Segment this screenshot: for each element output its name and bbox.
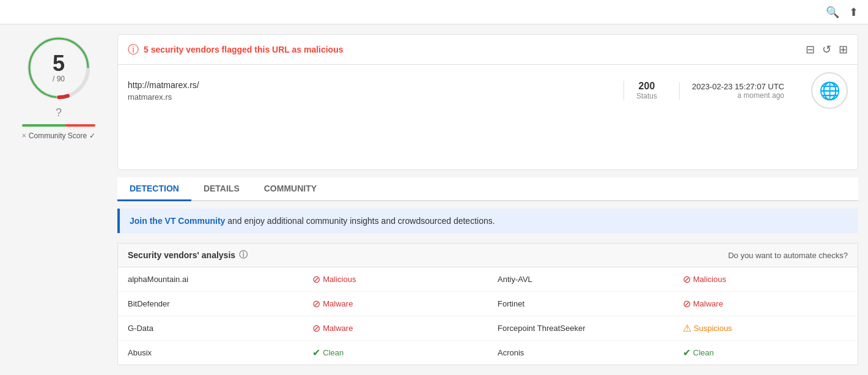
main-container: 5 / 90 ? × Community Score ✓ ⓘ 5 securit… xyxy=(0,24,868,375)
tab-detection[interactable]: DETECTION xyxy=(117,177,191,201)
vendor-name: Antiy-AVL xyxy=(488,267,673,292)
malicious-icon: ⊘ xyxy=(312,273,320,285)
community-score-x[interactable]: × xyxy=(22,132,26,140)
community-score-label: Community Score xyxy=(29,132,87,140)
panel-action-1[interactable]: ⊟ xyxy=(806,43,815,56)
vendor-name: Forcepoint ThreatSeeker xyxy=(488,316,673,341)
status-block: 200 Status xyxy=(623,81,669,100)
url-main: http://matmarex.rs/ xyxy=(128,80,614,90)
malware-icon: ⊘ xyxy=(683,298,691,310)
vendors-info-icon[interactable]: ⓘ xyxy=(239,250,248,261)
score-question: ? xyxy=(56,106,62,119)
vendors-header-label: Security vendors' analysis xyxy=(128,250,235,260)
table-row: Abusix ✔ Clean Acronis ✔ Clean xyxy=(118,341,858,365)
score-number: 5 xyxy=(53,53,65,75)
malware-icon: ⊘ xyxy=(312,298,320,310)
vendor-status: ⊘ Malware xyxy=(673,292,858,316)
tab-details[interactable]: DETAILS xyxy=(191,177,252,201)
panel-action-2[interactable]: ↺ xyxy=(822,43,831,56)
vendor-status: ✔ Clean xyxy=(673,341,858,365)
status-code: 200 xyxy=(636,81,657,92)
score-bar xyxy=(22,124,95,127)
malware-icon: ⊘ xyxy=(312,322,320,334)
vendor-status: ⊘ Malware xyxy=(303,292,488,316)
table-row: alphaMountain.ai ⊘ Malicious Antiy-AVL ⊘ xyxy=(118,267,858,292)
status-badge: ⊘ Malware xyxy=(312,322,478,334)
clean-icon: ✔ xyxy=(312,347,320,358)
alert-bar: ⓘ 5 security vendors flagged this URL as… xyxy=(118,35,858,65)
panel-actions: ⊟ ↺ ⊞ xyxy=(806,43,848,56)
globe-icon: 🌐 xyxy=(811,72,848,109)
score-display: 5 / 90 xyxy=(53,53,65,83)
vendor-name: Acronis xyxy=(488,341,673,365)
alert-icon: ⓘ xyxy=(128,42,139,57)
vendor-name: Fortinet xyxy=(488,292,673,316)
content-area: ⓘ 5 security vendors flagged this URL as… xyxy=(117,34,858,365)
info-panel: ⓘ 5 security vendors flagged this URL as… xyxy=(117,34,858,170)
vendors-automate-text: Do you want to automate checks? xyxy=(728,251,848,260)
vendor-name: alphaMountain.ai xyxy=(118,267,303,292)
vendor-name: G-Data xyxy=(118,316,303,341)
vendor-name: BitDefender xyxy=(118,292,303,316)
status-badge: ✔ Clean xyxy=(312,347,478,358)
vendors-header-left: Security vendors' analysis ⓘ xyxy=(128,250,248,261)
vendors-header: Security vendors' analysis ⓘ Do you want… xyxy=(117,243,858,267)
clean-icon: ✔ xyxy=(683,347,691,358)
datetime-ago: a moment ago xyxy=(692,91,784,100)
vendor-name: Abusix xyxy=(118,341,303,365)
score-denominator: / 90 xyxy=(53,75,65,83)
status-badge: ✔ Clean xyxy=(683,347,848,358)
datetime-main: 2023-02-23 15:27:07 UTC xyxy=(692,82,784,91)
url-domain: matmarex.rs xyxy=(128,92,614,102)
suspicious-icon: ⚠ xyxy=(683,322,691,334)
score-gauge: 5 / 90 xyxy=(25,34,92,102)
community-score-check[interactable]: ✓ xyxy=(89,132,95,140)
status-badge: ⊘ Malicious xyxy=(312,273,478,285)
community-banner: Join the VT Community and enjoy addition… xyxy=(117,209,858,233)
tab-community[interactable]: COMMUNITY xyxy=(252,177,329,201)
search-icon[interactable]: 🔍 xyxy=(826,6,839,19)
vendors-section: Security vendors' analysis ⓘ Do you want… xyxy=(117,243,858,365)
malicious-icon: ⊘ xyxy=(683,273,691,285)
table-row: G-Data ⊘ Malware Forcepoint ThreatSeeker… xyxy=(118,316,858,341)
status-badge: ⊘ Malware xyxy=(683,298,848,310)
vendor-status: ✔ Clean xyxy=(303,341,488,365)
upload-icon[interactable]: ⬆ xyxy=(849,6,858,19)
vendors-table: alphaMountain.ai ⊘ Malicious Antiy-AVL ⊘ xyxy=(117,267,858,365)
vendor-status: ⊘ Malware xyxy=(303,316,488,341)
status-badge: ⊘ Malware xyxy=(312,298,478,310)
status-badge: ⚠ Suspicious xyxy=(683,322,848,334)
table-row: BitDefender ⊘ Malware Fortinet ⊘ Malware xyxy=(118,292,858,316)
score-panel: 5 / 90 ? × Community Score ✓ xyxy=(10,34,108,365)
panel-action-3[interactable]: ⊞ xyxy=(839,43,848,56)
datetime-block: 2023-02-23 15:27:07 UTC a moment ago xyxy=(679,82,796,100)
top-bar: 🔍 ⬆ xyxy=(0,0,868,24)
tabs-row: DETECTION DETAILS COMMUNITY xyxy=(117,177,858,201)
url-status-row: http://matmarex.rs/ matmarex.rs 200 Stat… xyxy=(118,65,858,116)
alert-text: 5 security vendors flagged this URL as m… xyxy=(144,45,344,54)
community-score-row: × Community Score ✓ xyxy=(22,132,95,140)
url-info: http://matmarex.rs/ matmarex.rs xyxy=(128,80,614,102)
community-link[interactable]: Join the VT Community xyxy=(130,216,225,226)
status-label: Status xyxy=(636,92,657,100)
vendor-status: ⊘ Malicious xyxy=(303,267,488,292)
status-badge: ⊘ Malicious xyxy=(683,273,848,285)
vendor-status: ⚠ Suspicious xyxy=(673,316,858,341)
vendor-status: ⊘ Malicious xyxy=(673,267,858,292)
community-banner-text: and enjoy additional community insights … xyxy=(225,216,495,226)
